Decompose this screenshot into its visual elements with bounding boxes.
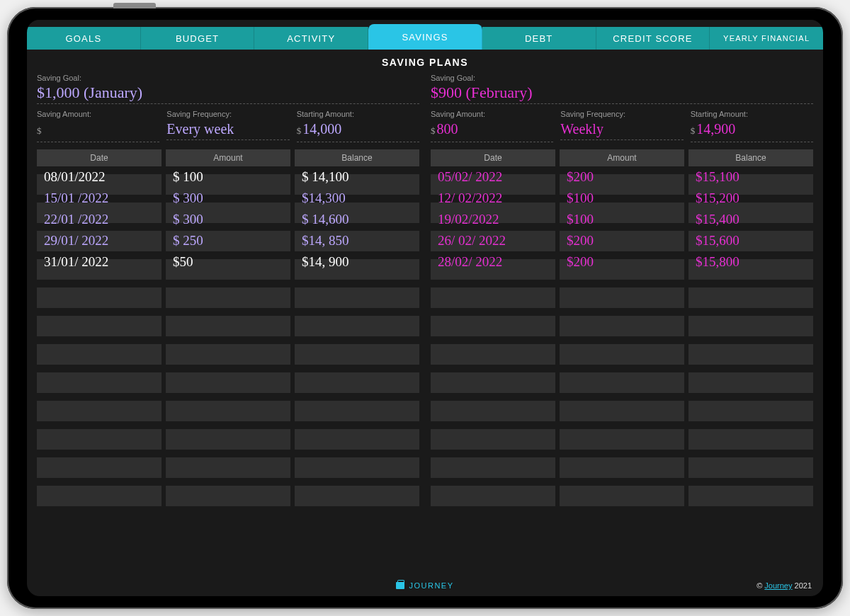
table-cell-bg xyxy=(560,287,684,308)
table-cell-bg xyxy=(37,401,162,421)
column-header-amount: Amount xyxy=(166,149,290,166)
tab-activity[interactable]: ACTIVITY xyxy=(254,27,368,50)
entry-amount: $100 xyxy=(560,212,684,227)
entry-date: 31/01/ 2022 xyxy=(37,254,162,270)
table-cell-bg xyxy=(431,401,555,421)
table-row[interactable] xyxy=(431,429,813,450)
saving-frequency-label: Saving Frequency: xyxy=(166,110,289,118)
table-cell-bg xyxy=(166,429,290,450)
saving-goal-label: Saving Goal: xyxy=(37,74,419,82)
table-row[interactable] xyxy=(431,486,813,506)
table-row[interactable] xyxy=(37,372,419,393)
table-cell-bg xyxy=(688,287,813,308)
journey-logo-icon xyxy=(396,582,404,589)
entry-date: 08/01/2022 xyxy=(37,169,162,185)
entry-balance: $15,400 xyxy=(688,212,813,227)
saving-frequency-value[interactable]: Every week xyxy=(166,120,289,140)
table-row[interactable] xyxy=(431,372,813,393)
table-row[interactable] xyxy=(37,486,419,506)
entries-overlay: 05/02/ 2022$200$15,10012/ 02/2022$100$15… xyxy=(431,166,813,273)
table-row[interactable] xyxy=(37,287,419,308)
tab-goals[interactable]: GOALS xyxy=(27,27,141,50)
saving-goal-section: Saving Goal:$1,000 (January) xyxy=(37,74,419,104)
table-row[interactable] xyxy=(431,287,813,308)
saving-amount-text: 800 xyxy=(437,121,458,137)
starting-amount-field: Starting Amount:$14,000 xyxy=(297,110,419,142)
table-cell-bg xyxy=(560,401,684,421)
table-cell-bg xyxy=(166,344,290,365)
table-cell-bg xyxy=(295,344,419,365)
table-cell-bg xyxy=(166,486,290,506)
device-notch xyxy=(113,3,156,8)
table-row[interactable] xyxy=(37,429,419,450)
footer-link[interactable]: Journey xyxy=(764,581,792,590)
entry-balance: $15,100 xyxy=(688,169,813,185)
tab-savings[interactable]: SAVINGS xyxy=(368,24,482,50)
entry-date: 29/01/ 2022 xyxy=(37,233,162,249)
table-cell-bg xyxy=(560,457,684,478)
table-row[interactable] xyxy=(431,316,813,336)
table-cell-bg xyxy=(431,429,555,450)
entries-table: DateAmountBalance08/01/2022$ 100$ 14,100… xyxy=(37,149,419,569)
copyright-year: 2021 xyxy=(792,581,812,590)
copyright-symbol: © xyxy=(756,581,764,590)
entry-balance: $14, 900 xyxy=(295,254,419,270)
table-row[interactable] xyxy=(37,316,419,336)
table-cell-bg xyxy=(295,486,419,506)
saving-amount-value[interactable]: $800 xyxy=(431,120,553,142)
table-row[interactable] xyxy=(37,457,419,478)
starting-amount-value[interactable]: $14,000 xyxy=(297,120,419,142)
entry-row: 28/02/ 2022$200$15,800 xyxy=(431,251,813,273)
table-cell-bg xyxy=(295,372,419,393)
table-cell-bg xyxy=(688,344,813,365)
entry-row: 08/01/2022$ 100$ 14,100 xyxy=(37,166,419,188)
starting-amount-value[interactable]: $14,900 xyxy=(691,120,813,142)
entry-row: 31/01/ 2022$50$14, 900 xyxy=(37,251,419,273)
entry-amount: $ 250 xyxy=(166,233,290,249)
entry-date: 05/02/ 2022 xyxy=(431,169,555,185)
saving-frequency-field: Saving Frequency:Every week xyxy=(166,110,289,142)
starting-amount-text: 14,000 xyxy=(302,121,341,137)
tab-debt[interactable]: DEBT xyxy=(482,27,596,50)
table-cell-bg xyxy=(560,316,684,336)
saving-amount-field: Saving Amount:$800 xyxy=(431,110,553,142)
starting-amount-label: Starting Amount: xyxy=(297,110,419,118)
entry-row: 22/01 /2022$ 300$ 14,600 xyxy=(37,209,419,230)
table-cell-bg xyxy=(560,486,684,506)
saving-goal-section: Saving Goal:$900 (February) xyxy=(431,74,813,104)
entry-date: 26/ 02/ 2022 xyxy=(431,233,555,249)
tablet-frame: GOALSBUDGETACTIVITYSAVINGSDEBTCREDIT SCO… xyxy=(7,7,843,609)
plan-details-row: Saving Amount:$800Saving Frequency:Weekl… xyxy=(431,110,813,142)
table-cell-bg xyxy=(431,486,555,506)
saving-frequency-text: Every week xyxy=(166,121,234,137)
table-header: DateAmountBalance xyxy=(37,149,419,166)
saving-frequency-value[interactable]: Weekly xyxy=(560,120,683,140)
table-cell-bg xyxy=(431,372,555,393)
saving-amount-value[interactable]: $ xyxy=(37,120,159,142)
saving-goal-value[interactable]: $1,000 (January) xyxy=(37,84,419,104)
tab-credit-score[interactable]: CREDIT SCORE xyxy=(596,27,710,50)
saving-frequency-label: Saving Frequency: xyxy=(560,110,683,118)
savings-plan-2: Saving Goal:$900 (February)Saving Amount… xyxy=(431,74,813,569)
footer: JOURNEY © Journey 2021 xyxy=(27,575,823,596)
table-row[interactable] xyxy=(431,401,813,421)
table-cell-bg xyxy=(295,401,419,421)
dollar-prefix: $ xyxy=(297,125,302,136)
tab-budget[interactable]: BUDGET xyxy=(141,27,255,50)
saving-goal-label: Saving Goal: xyxy=(431,74,813,82)
entry-balance: $15,200 xyxy=(688,190,813,206)
table-cell-bg xyxy=(295,316,419,336)
entry-amount: $100 xyxy=(560,190,684,206)
table-cell-bg xyxy=(688,372,813,393)
table-cell-bg xyxy=(295,457,419,478)
table-row[interactable] xyxy=(37,344,419,365)
saving-goal-value[interactable]: $900 (February) xyxy=(431,84,813,104)
table-cell-bg xyxy=(37,372,162,393)
table-row[interactable] xyxy=(431,457,813,478)
table-row[interactable] xyxy=(37,401,419,421)
table-cell-bg xyxy=(166,287,290,308)
table-row[interactable] xyxy=(431,344,813,365)
tab-yearly-financial[interactable]: YEARLY FINANCIAL xyxy=(710,27,823,50)
table-cell-bg xyxy=(295,287,419,308)
entry-amount: $ 300 xyxy=(166,190,290,206)
